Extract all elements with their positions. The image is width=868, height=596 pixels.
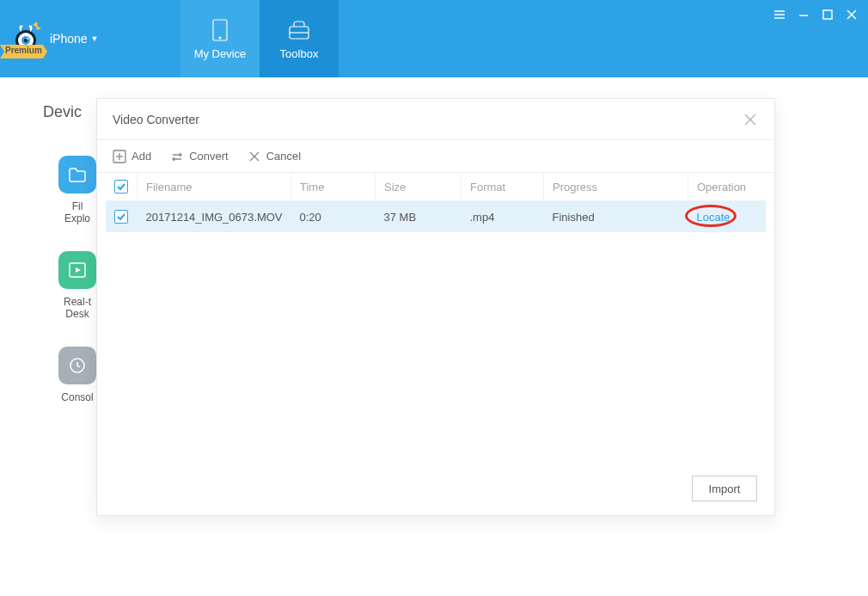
col-filename[interactable]: Filename — [138, 173, 291, 201]
select-all-checkbox[interactable] — [114, 180, 128, 194]
import-button[interactable]: Import — [692, 476, 757, 501]
video-converter-modal: Video Converter Add Convert Cancel — [96, 98, 775, 516]
col-progress[interactable]: Progress — [544, 173, 688, 201]
sidebar-label: Real-tDesk — [64, 296, 91, 321]
logo-area: Premium iPhone ▼ — [0, 0, 180, 77]
cancel-label: Cancel — [266, 150, 301, 163]
file-table: Filename Time Size Format Progress Opera… — [106, 173, 766, 232]
tab-toolbox[interactable]: Toolbox — [260, 0, 339, 77]
sidebar-label: FilExplo — [64, 200, 90, 225]
maximize-button[interactable] — [816, 5, 839, 24]
minimize-button[interactable] — [792, 5, 815, 24]
modal-header: Video Converter — [97, 99, 774, 140]
sidebar-label: Consol — [61, 391, 93, 403]
modal-close-button[interactable] — [742, 111, 759, 128]
svg-point-4 — [27, 38, 28, 40]
svg-rect-14 — [823, 10, 832, 19]
cancel-button[interactable]: Cancel — [248, 150, 301, 163]
clock-icon — [58, 347, 96, 384]
close-icon — [742, 111, 759, 128]
add-button[interactable]: Add — [113, 150, 151, 163]
check-icon — [117, 182, 125, 191]
col-time[interactable]: Time — [291, 173, 376, 201]
tab-label: My Device — [194, 47, 247, 60]
col-format[interactable]: Format — [462, 173, 544, 201]
table-row[interactable]: 20171214_IMG_0673.MOV 0:20 37 MB .mp4 Fi… — [106, 201, 766, 233]
menu-icon — [773, 9, 785, 21]
swap-icon — [170, 150, 184, 163]
folder-icon — [58, 156, 96, 194]
premium-badge: Premium — [5, 46, 42, 55]
window-controls — [768, 5, 863, 24]
device-label: iPhone — [50, 32, 88, 46]
tab-label: Toolbox — [280, 47, 319, 60]
modal-title: Video Converter — [113, 113, 199, 126]
plus-icon — [113, 150, 126, 163]
convert-button[interactable]: Convert — [170, 150, 229, 163]
close-icon — [846, 9, 858, 21]
svg-marker-18 — [76, 267, 81, 273]
add-label: Add — [131, 150, 151, 163]
device-selector[interactable]: iPhone ▼ — [50, 32, 99, 46]
row-checkbox-cell — [106, 201, 138, 233]
nav-tabs: My Device Toolbox — [180, 0, 339, 77]
table-header-row: Filename Time Size Format Progress Opera… — [106, 173, 766, 201]
convert-label: Convert — [189, 150, 229, 163]
caret-down-icon: ▼ — [91, 34, 99, 43]
row-checkbox[interactable] — [114, 210, 128, 224]
tablet-icon — [205, 18, 235, 42]
modal-footer: Import — [692, 476, 757, 501]
cell-size: 37 MB — [376, 201, 462, 233]
minimize-icon — [798, 9, 810, 21]
col-checkbox — [106, 173, 138, 201]
cell-operation: Locate — [688, 201, 767, 233]
toolbox-icon — [284, 18, 314, 42]
close-button[interactable] — [840, 5, 863, 24]
cell-time: 0:20 — [291, 201, 376, 233]
cell-filename: 20171214_IMG_0673.MOV — [138, 201, 291, 233]
svg-point-7 — [219, 37, 221, 39]
check-icon — [117, 212, 125, 221]
locate-link[interactable]: Locate — [697, 211, 730, 224]
modal-toolbar: Add Convert Cancel — [97, 140, 774, 173]
maximize-icon — [822, 9, 834, 21]
tab-my-device[interactable]: My Device — [180, 0, 260, 77]
x-icon — [248, 150, 261, 163]
play-icon — [58, 251, 96, 289]
cell-format: .mp4 — [462, 201, 544, 233]
app-header: Premium iPhone ▼ My Device Toolbox — [0, 0, 868, 77]
col-operation[interactable]: Operation — [688, 173, 767, 201]
menu-button[interactable] — [768, 5, 791, 24]
cell-progress: Finished — [544, 201, 688, 233]
locate-label: Locate — [697, 211, 730, 224]
col-size[interactable]: Size — [376, 173, 462, 201]
